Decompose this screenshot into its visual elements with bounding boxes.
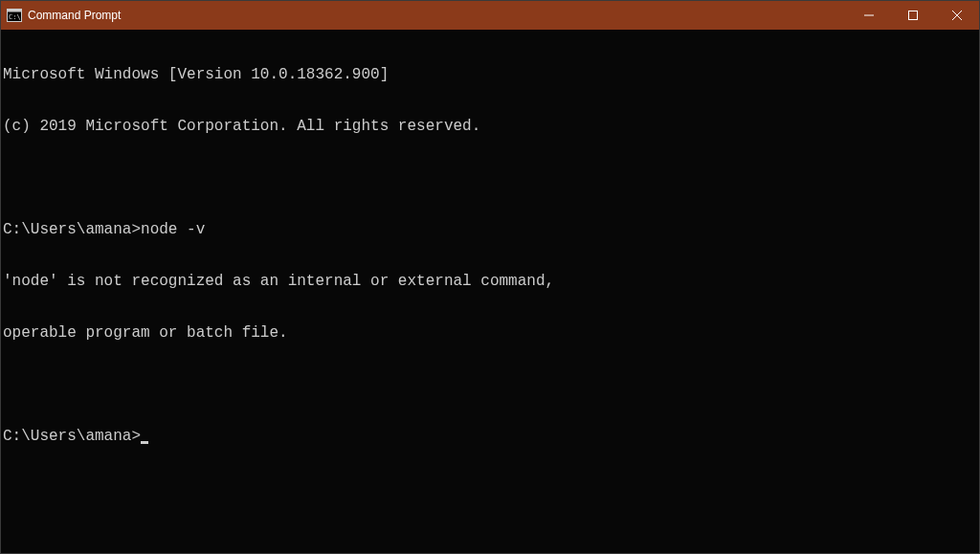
svg-rect-4	[909, 11, 918, 20]
terminal-line: C:\Users\amana>node -v	[3, 221, 977, 238]
terminal-line	[3, 376, 977, 393]
close-button[interactable]	[935, 1, 979, 30]
window-controls	[847, 1, 979, 30]
terminal-line: 'node' is not recognized as an internal …	[3, 273, 977, 290]
svg-rect-1	[8, 10, 22, 12]
minimize-button[interactable]	[847, 1, 891, 30]
terminal-prompt: C:\Users\amana>	[3, 428, 141, 445]
window-title: Command Prompt	[28, 9, 121, 22]
cursor-icon	[141, 441, 148, 444]
command-prompt-window: C:\ Command Prompt Microsoft Windows [Ve…	[0, 0, 980, 554]
titlebar[interactable]: C:\ Command Prompt	[1, 1, 979, 30]
terminal-line: Microsoft Windows [Version 10.0.18362.90…	[3, 66, 977, 83]
maximize-button[interactable]	[891, 1, 935, 30]
terminal-line: operable program or batch file.	[3, 324, 977, 342]
svg-text:C:\: C:\	[9, 13, 21, 21]
terminal-prompt-line: C:\Users\amana>	[3, 428, 977, 445]
terminal-output[interactable]: Microsoft Windows [Version 10.0.18362.90…	[1, 30, 979, 553]
terminal-line	[3, 169, 977, 187]
command-prompt-icon: C:\	[7, 8, 22, 23]
terminal-line: (c) 2019 Microsoft Corporation. All righ…	[3, 118, 977, 135]
